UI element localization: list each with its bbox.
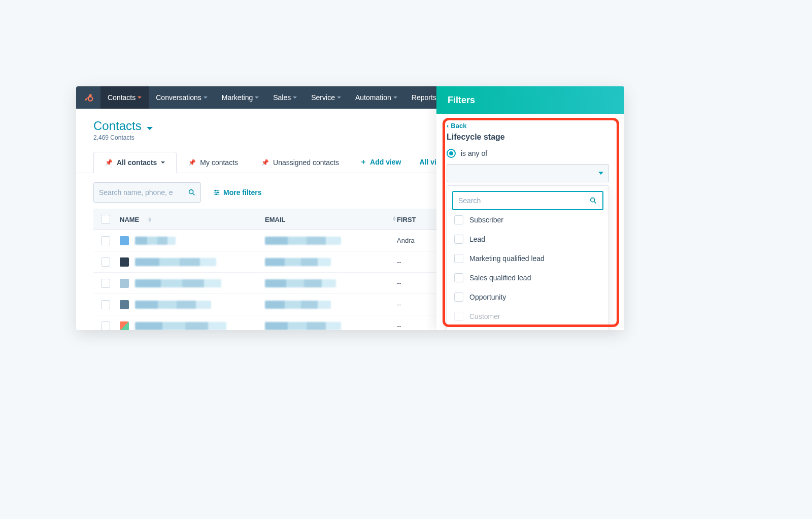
avatar: [120, 300, 129, 309]
option-checkbox[interactable]: [454, 254, 463, 263]
filter-value-select[interactable]: [447, 164, 609, 182]
option-checkbox[interactable]: [454, 312, 463, 321]
filter-options-search[interactable]: [452, 191, 603, 210]
filter-option[interactable]: Lead: [452, 230, 603, 249]
select-all-checkbox[interactable]: [101, 215, 110, 224]
tab-my-contacts[interactable]: 📌 My contacts: [177, 152, 250, 173]
condition-label: is any of: [461, 149, 487, 157]
redacted-email: [265, 279, 336, 287]
option-checkbox[interactable]: [454, 293, 463, 302]
tab-unassigned-contacts[interactable]: 📌 Unassigned contacts: [250, 152, 351, 173]
search-icon: [188, 188, 196, 197]
chevron-down-icon: [204, 96, 208, 99]
nav-item-contacts[interactable]: Contacts: [100, 86, 149, 109]
pin-icon: 📌: [261, 159, 269, 166]
filter-option[interactable]: Subscriber: [452, 210, 603, 230]
redacted-email: [265, 258, 331, 266]
nav-item-automation[interactable]: Automation: [348, 86, 404, 109]
redacted-email: [265, 301, 331, 309]
option-label: Lead: [469, 235, 485, 243]
page-title-text: Contacts: [93, 119, 142, 133]
search-icon: [589, 197, 597, 205]
option-label: Marketing qualified lead: [469, 254, 545, 263]
nav-item-service[interactable]: Service: [304, 86, 348, 109]
nav-label: Conversations: [156, 93, 201, 102]
chevron-left-icon: ‹: [447, 122, 449, 129]
filter-search-input[interactable]: [458, 197, 589, 205]
redacted-name: [135, 301, 211, 309]
back-button[interactable]: ‹ Back: [447, 122, 614, 129]
chevron-down-icon: [393, 96, 397, 99]
row-checkbox[interactable]: [101, 236, 110, 245]
more-filters-label: More filters: [223, 188, 261, 197]
condition-radio[interactable]: is any of: [447, 149, 614, 158]
avatar: [120, 257, 129, 267]
chevron-down-icon: [161, 161, 165, 164]
svg-point-5: [217, 192, 218, 193]
redacted-email: [265, 237, 341, 245]
tab-label: Unassigned contacts: [273, 158, 339, 167]
svg-point-4: [215, 190, 216, 191]
radio-icon: [447, 149, 456, 158]
option-label: Opportunity: [469, 293, 506, 301]
avatar: [120, 236, 129, 245]
more-filters-button[interactable]: More filters: [213, 188, 261, 197]
chevron-down-icon: [598, 172, 603, 175]
panel-title: Filters: [436, 86, 624, 114]
tab-label: My contacts: [200, 158, 238, 167]
back-label: Back: [451, 122, 466, 129]
chevron-down-icon: [147, 127, 153, 130]
chevron-down-icon: [293, 96, 297, 99]
plus-icon: ＋: [360, 157, 367, 167]
filter-option[interactable]: Marketing qualified lead: [452, 249, 603, 268]
nav-item-sales[interactable]: Sales: [266, 86, 304, 109]
hubspot-logo-icon[interactable]: [76, 86, 100, 109]
chevron-down-icon: [337, 96, 341, 99]
chevron-down-icon: [138, 96, 142, 99]
svg-point-3: [189, 190, 193, 194]
sort-icon: ▲▼: [147, 217, 152, 222]
tab-label: All contacts: [117, 158, 157, 167]
tab-all-contacts[interactable]: 📌 All contacts: [93, 152, 177, 173]
svg-point-7: [591, 198, 595, 202]
nav-label: Contacts: [108, 93, 136, 102]
sort-icon: ▲▼: [392, 216, 397, 221]
filter-option[interactable]: Opportunity: [452, 287, 603, 307]
row-checkbox[interactable]: [101, 257, 110, 267]
svg-point-6: [216, 193, 217, 194]
contacts-search[interactable]: [93, 182, 201, 203]
option-label: Customer: [469, 312, 500, 320]
avatar: [120, 321, 129, 331]
page-title[interactable]: Contacts: [93, 119, 153, 133]
filter-option[interactable]: Sales qualified lead: [452, 268, 603, 287]
row-checkbox[interactable]: [101, 300, 110, 309]
nav-label: Sales: [273, 93, 291, 102]
option-label: Sales qualified lead: [469, 274, 531, 282]
row-checkbox[interactable]: [101, 279, 110, 288]
col-email[interactable]: EMAIL ▲▼: [265, 216, 397, 223]
redacted-name: [135, 237, 176, 245]
search-input[interactable]: [99, 188, 188, 197]
add-view-label: Add view: [370, 158, 401, 166]
redacted-email: [265, 322, 341, 330]
col-name[interactable]: NAME ▲▼: [118, 216, 265, 223]
chevron-down-icon: [255, 96, 259, 99]
redacted-name: [135, 258, 216, 266]
nav-item-marketing[interactable]: Marketing: [215, 86, 266, 109]
pin-icon: 📌: [105, 159, 113, 166]
redacted-name: [135, 322, 226, 330]
nav-item-conversations[interactable]: Conversations: [149, 86, 215, 109]
option-label: Subscriber: [469, 216, 503, 224]
nav-label: Reports: [412, 93, 436, 102]
redacted-name: [135, 279, 221, 287]
filter-option[interactable]: Customer: [452, 307, 603, 326]
nav-label: Automation: [355, 93, 391, 102]
sliders-icon: [213, 189, 220, 196]
nav-label: Service: [311, 93, 335, 102]
option-checkbox[interactable]: [454, 273, 463, 282]
row-checkbox[interactable]: [101, 321, 110, 331]
option-checkbox[interactable]: [454, 215, 463, 224]
avatar: [120, 279, 129, 288]
option-checkbox[interactable]: [454, 235, 463, 244]
add-view-button[interactable]: ＋ Add view: [351, 151, 410, 173]
